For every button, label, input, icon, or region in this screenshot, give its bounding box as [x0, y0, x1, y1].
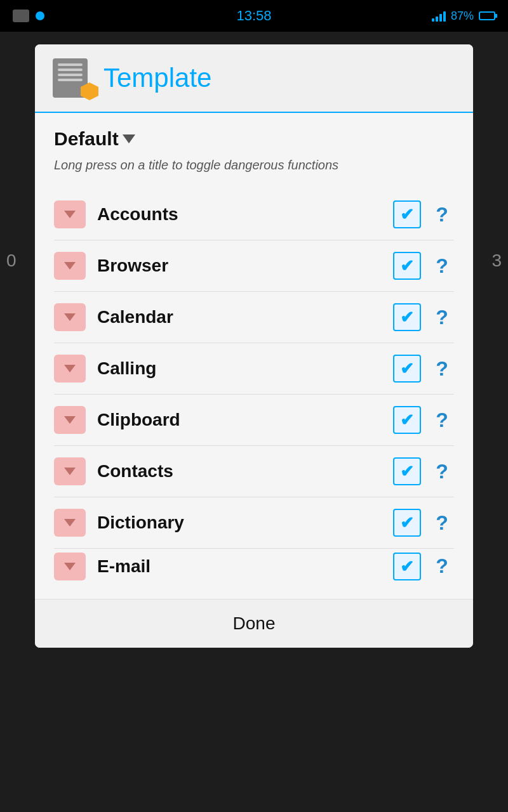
check-mark-icon: ✔: [400, 309, 414, 325]
clipboard-help-button[interactable]: ?: [430, 406, 454, 434]
browser-expand-button[interactable]: [54, 252, 86, 280]
dictionary-label: Dictionary: [97, 513, 393, 533]
list-item: E-mail ✔ ?: [54, 549, 454, 584]
dictionary-actions: ✔ ?: [393, 509, 454, 537]
calling-label: Calling: [97, 358, 393, 379]
list-item: Calendar ✔ ?: [54, 292, 454, 343]
dictionary-help-button[interactable]: ?: [430, 509, 454, 537]
calling-help-button[interactable]: ?: [430, 355, 454, 383]
bg-num-left: 0: [6, 251, 17, 271]
help-icon: ?: [436, 554, 448, 578]
template-modal: Template Default Long press on a title t…: [35, 44, 473, 648]
help-icon: ?: [436, 511, 448, 535]
status-right: 87%: [432, 10, 495, 23]
browser-actions: ✔ ?: [393, 252, 454, 280]
help-icon: ?: [436, 409, 448, 432]
calling-checkbox[interactable]: ✔: [393, 355, 421, 383]
email-expand-button[interactable]: [54, 553, 86, 580]
modal-header: Template: [35, 44, 473, 113]
status-bar: 13:58 87%: [0, 0, 508, 32]
calling-expand-button[interactable]: [54, 355, 86, 383]
chevron-down-icon: [64, 365, 76, 372]
modal-footer: Done: [35, 599, 473, 648]
bg-num-right: 3: [491, 251, 502, 271]
clipboard-expand-button[interactable]: [54, 406, 86, 434]
accounts-actions: ✔ ?: [393, 200, 454, 228]
clipboard-checkbox[interactable]: ✔: [393, 406, 421, 434]
chevron-down-icon: [64, 468, 76, 475]
accounts-expand-button[interactable]: [54, 200, 86, 228]
list-item: Browser ✔ ?: [54, 240, 454, 292]
chevron-down-icon: [64, 416, 76, 424]
check-mark-icon: ✔: [400, 514, 414, 531]
clipboard-label: Clipboard: [97, 410, 393, 430]
hint-text: Long press on a title to toggle dangerou…: [54, 156, 454, 174]
calendar-expand-button[interactable]: [54, 303, 86, 331]
dictionary-expand-button[interactable]: [54, 509, 86, 537]
status-time: 13:58: [236, 8, 271, 24]
photo-icon: [13, 10, 29, 22]
contacts-label: Contacts: [97, 461, 393, 481]
check-mark-icon: ✔: [400, 258, 414, 274]
chevron-down-icon: [64, 262, 76, 270]
browser-label: Browser: [97, 256, 393, 276]
check-mark-icon: ✔: [400, 463, 414, 480]
accounts-label: Accounts: [97, 204, 393, 225]
notification-dot: [36, 11, 44, 20]
contacts-expand-button[interactable]: [54, 457, 86, 485]
email-help-button[interactable]: ?: [430, 553, 454, 580]
dropdown-selected: Default: [54, 128, 119, 150]
list-item: Calling ✔ ?: [54, 343, 454, 395]
chevron-down-icon: [64, 211, 76, 218]
contacts-actions: ✔ ?: [393, 457, 454, 485]
calendar-help-button[interactable]: ?: [430, 303, 454, 331]
modal-title: Template: [104, 63, 211, 93]
signal-icon: [432, 10, 446, 22]
contacts-help-button[interactable]: ?: [430, 457, 454, 485]
header-icon-wrapper: [53, 58, 92, 98]
list-item: Dictionary ✔ ?: [54, 497, 454, 549]
chevron-down-icon: [64, 563, 76, 570]
dictionary-checkbox[interactable]: ✔: [393, 509, 421, 537]
dropdown-row: Default: [54, 128, 454, 150]
status-left: [13, 10, 44, 22]
help-icon: ?: [436, 254, 448, 278]
accounts-checkbox[interactable]: ✔: [393, 200, 421, 228]
help-icon: ?: [436, 306, 448, 329]
calendar-label: Calendar: [97, 307, 393, 327]
list-item: Accounts ✔ ?: [54, 189, 454, 240]
dropdown-arrow-icon: [123, 134, 135, 143]
check-mark-icon: ✔: [400, 360, 414, 377]
list-item: Contacts ✔ ?: [54, 446, 454, 497]
help-icon: ?: [436, 203, 448, 226]
check-mark-icon: ✔: [400, 206, 414, 223]
chevron-down-icon: [64, 519, 76, 527]
check-mark-icon: ✔: [400, 412, 414, 428]
battery-percent: 87%: [451, 10, 474, 23]
modal-body: Default Long press on a title to toggle …: [35, 113, 473, 599]
browser-checkbox[interactable]: ✔: [393, 252, 421, 280]
email-checkbox[interactable]: ✔: [393, 553, 421, 580]
calling-actions: ✔ ?: [393, 355, 454, 383]
calendar-checkbox[interactable]: ✔: [393, 303, 421, 331]
accounts-help-button[interactable]: ?: [430, 200, 454, 228]
clipboard-actions: ✔ ?: [393, 406, 454, 434]
done-button[interactable]: Done: [49, 613, 459, 634]
email-actions: ✔ ?: [393, 553, 454, 580]
help-icon: ?: [436, 357, 448, 381]
calendar-actions: ✔ ?: [393, 303, 454, 331]
browser-help-button[interactable]: ?: [430, 252, 454, 280]
contacts-checkbox[interactable]: ✔: [393, 457, 421, 485]
email-label: E-mail: [97, 556, 393, 577]
template-dropdown[interactable]: Default: [54, 128, 135, 150]
chevron-down-icon: [64, 313, 76, 321]
help-icon: ?: [436, 460, 448, 483]
battery-icon: [479, 11, 495, 20]
list-item: Clipboard ✔ ?: [54, 395, 454, 446]
check-mark-icon: ✔: [400, 558, 414, 575]
